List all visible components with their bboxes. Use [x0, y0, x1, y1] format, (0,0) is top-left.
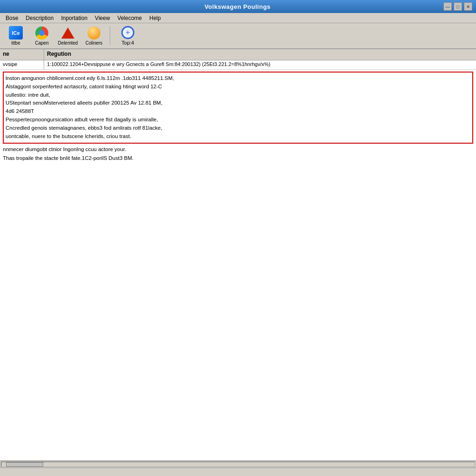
- normal-line-1: nnmecer diumgobt ctnior IngonIng ccuu ac…: [3, 145, 473, 154]
- scrollbar-thumb[interactable]: [6, 462, 43, 467]
- scrollbar-track[interactable]: [1, 462, 475, 467]
- close-button[interactable]: ✕: [464, 2, 472, 11]
- highlighted-content-box: lnston anngunon chbllcenent.cont edy 6.l…: [3, 72, 473, 144]
- top4-icon: +: [121, 26, 134, 39]
- top4-label: Top:4: [122, 40, 134, 46]
- highlighted-line-1: lnston anngunon chbllcenent.cont edy 6.l…: [6, 74, 470, 83]
- highlighted-line-5: 4d6 24588T: [6, 107, 470, 116]
- minimize-button[interactable]: —: [443, 2, 452, 11]
- row-name-vvsipe: vvsipe: [0, 60, 44, 69]
- highlighted-line-4: UStepntart senoMstervetered alleets publ…: [6, 99, 470, 107]
- highlighted-line-6: Pesspertecpnoongursication atbult verere…: [6, 116, 470, 124]
- column-header-regution: Regution: [44, 49, 476, 60]
- toolbar-top4-button[interactable]: + Top:4: [114, 25, 142, 47]
- horizontal-scrollbar[interactable]: [0, 460, 476, 468]
- highlighted-line-2: Alstaggont sorpenferted acrtascrly, cato…: [6, 83, 470, 91]
- highlighted-line-7: Cncredled genois stemalagnanes, ebbs3 fo…: [6, 124, 470, 132]
- toolbar-ittbe-label: ittbe: [12, 40, 20, 46]
- status-bar: [0, 468, 476, 476]
- toolbar-ittbe-button[interactable]: ICe ittbe: [4, 25, 28, 47]
- window-controls: — □ ✕: [443, 2, 472, 11]
- toolbar-delemted-label: Delemted: [58, 40, 78, 46]
- chrome-icon: [35, 26, 48, 40]
- red-triangle-icon: [60, 26, 75, 40]
- menubar: Bose Description Inportation Vieew Velec…: [0, 13, 476, 23]
- toolbar-delemted-button[interactable]: Delemted: [56, 25, 80, 47]
- table-row[interactable]: vvsipe 1:100022.1204+Devsippuse e wry Gc…: [0, 60, 476, 70]
- menu-description[interactable]: Description: [22, 14, 57, 22]
- table-header: ne Regution: [0, 49, 476, 60]
- column-header-name: ne: [0, 49, 44, 60]
- toolbar-capen-label: Capen: [35, 40, 48, 46]
- toolbar-capen-button[interactable]: Capen: [30, 25, 54, 47]
- menu-help[interactable]: Help: [145, 14, 165, 22]
- menu-bose[interactable]: Bose: [2, 14, 22, 22]
- toolbar: ICe ittbe Capen Delemted Coliners + Top:…: [0, 23, 476, 49]
- row-value-vvsipe: 1:100022.1204+Devsippuse e wry Gcnects a…: [44, 60, 476, 69]
- highlighted-line-8: uontcable, nuere to the butscene lcherid…: [6, 132, 470, 141]
- main-content-area: lnston anngunon chbllcenent.cont edy 6.l…: [0, 70, 476, 466]
- maximize-button[interactable]: □: [454, 2, 462, 11]
- toolbar-coliners-label: Coliners: [86, 40, 103, 46]
- ice-icon: ICe: [9, 26, 23, 40]
- menu-vieew[interactable]: Vieew: [91, 14, 113, 22]
- toolbar-coliners-button[interactable]: Coliners: [82, 25, 106, 47]
- normal-line-2: Thas tropaile the stacte bnIit fate.1C2-…: [3, 154, 473, 163]
- toolbar-separator: [110, 26, 110, 45]
- menu-inportation[interactable]: Inportation: [57, 14, 91, 22]
- menu-velecome[interactable]: Velecome: [114, 14, 146, 22]
- orange-icon: [87, 26, 100, 40]
- highlighted-line-3: uullestio: intre duit,: [6, 91, 470, 99]
- titlebar: Volkswagen Poulings — □ ✕: [0, 0, 476, 13]
- window-title: Volkswagen Poulings: [32, 3, 443, 10]
